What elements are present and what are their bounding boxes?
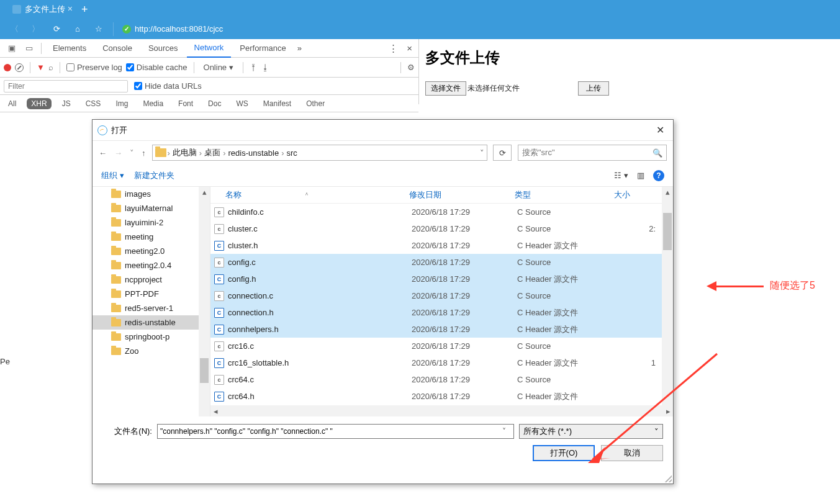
nav-forward-icon[interactable]: → xyxy=(114,148,122,158)
folder-item[interactable]: PPT-PDF xyxy=(93,287,210,301)
type-filter-xhr[interactable]: XHR xyxy=(27,98,51,109)
home-button[interactable]: ⌂ xyxy=(68,20,87,38)
breadcrumb-bar[interactable]: › 此电脑› 桌面› redis-unstable› src ˅ xyxy=(152,145,488,161)
dialog-search-input[interactable]: 搜索"src" 🔍 xyxy=(518,145,667,161)
filter-input[interactable] xyxy=(4,80,128,92)
search-icon: 🔍 xyxy=(653,148,662,158)
folder-item[interactable]: springboot-p xyxy=(93,330,210,344)
refresh-button[interactable]: ⟳ xyxy=(493,145,512,161)
inspect-icon[interactable]: ▣ xyxy=(4,40,20,57)
back-button[interactable]: 〈 xyxy=(5,20,24,38)
scroll-up-icon[interactable]: ▴ xyxy=(199,187,210,197)
folder-item[interactable]: redis-unstable xyxy=(93,315,210,330)
folder-item[interactable]: meeting2.0.4 xyxy=(93,258,210,272)
file-row[interactable]: Cconnhelpers.h2020/6/18 17:29C Header 源文… xyxy=(210,321,673,338)
tab-elements[interactable]: Elements xyxy=(45,39,94,58)
choose-file-button[interactable]: 选择文件 xyxy=(425,81,466,96)
scroll-thumb[interactable] xyxy=(663,213,672,250)
tab-sources[interactable]: Sources xyxy=(141,39,186,58)
folder-item[interactable]: images xyxy=(93,187,210,201)
devtools-tabs: ▣ ▭ Elements Console Sources Network Per… xyxy=(0,39,418,58)
upload-button[interactable]: 上传 xyxy=(578,81,609,96)
nav-recent-icon[interactable]: ˅ xyxy=(130,148,134,158)
type-filter-all[interactable]: All xyxy=(4,98,20,109)
file-row[interactable]: ccluster.c2020/6/18 17:29C Source2: xyxy=(210,220,673,237)
type-filter-css[interactable]: CSS xyxy=(81,98,106,109)
file-row[interactable]: cconfig.c2020/6/18 17:29C Source xyxy=(210,254,673,271)
scroll-left-icon[interactable]: ◂ xyxy=(210,407,220,416)
hide-data-urls-checkbox[interactable]: Hide data URLs xyxy=(134,81,202,91)
type-filter-doc[interactable]: Doc xyxy=(204,98,225,109)
preserve-log-checkbox[interactable]: Preserve log xyxy=(66,63,122,72)
type-filter-ws[interactable]: WS xyxy=(232,98,252,109)
tab-console[interactable]: Console xyxy=(95,39,140,58)
resize-grip-icon[interactable] xyxy=(663,474,672,482)
column-headers[interactable]: 名称＾ 修改日期 类型 大小 xyxy=(210,187,673,204)
separator xyxy=(30,62,30,73)
record-button[interactable] xyxy=(4,64,11,71)
dialog-title: 打开 xyxy=(111,125,127,136)
filter-icon[interactable]: ▼ xyxy=(37,63,45,72)
file-type-icon: C xyxy=(214,358,224,368)
file-row[interactable]: cchildinfo.c2020/6/18 17:29C Source xyxy=(210,204,673,220)
import-icon[interactable]: ⭱ xyxy=(250,63,258,72)
type-filter-other[interactable]: Other xyxy=(302,98,329,109)
file-row[interactable]: Cconfig.h2020/6/18 17:29C Header 源文件 xyxy=(210,271,673,287)
folder-icon xyxy=(111,348,121,355)
new-folder-button[interactable]: 新建文件夹 xyxy=(134,170,174,181)
type-filter-media[interactable]: Media xyxy=(138,98,168,109)
search-icon[interactable]: ⌕ xyxy=(48,63,53,72)
file-row[interactable]: cconnection.c2020/6/18 17:29C Source xyxy=(210,287,673,304)
folder-item[interactable]: meeting2.0 xyxy=(93,244,210,258)
folder-item[interactable]: layuiMaternal xyxy=(93,201,210,215)
disable-cache-checkbox[interactable]: Disable cache xyxy=(126,63,187,72)
address-bar[interactable]: ✓ http://localhost:8081/cjcc xyxy=(122,24,223,34)
devtools-menu-icon[interactable]: ⋮ xyxy=(386,43,400,54)
browser-tab[interactable]: 多文件上传 × xyxy=(7,0,76,19)
file-row[interactable]: Ccluster.h2020/6/18 17:29C Header 源文件 xyxy=(210,237,673,254)
type-filter-js[interactable]: JS xyxy=(58,98,75,109)
device-icon[interactable]: ▭ xyxy=(21,40,37,57)
preview-pane-button[interactable]: ▥ xyxy=(637,171,644,180)
arrow-left-icon xyxy=(702,282,764,290)
forward-button[interactable]: 〉 xyxy=(26,20,45,38)
view-mode-button[interactable]: ☷ ▾ xyxy=(614,171,628,180)
file-row[interactable]: Cconnection.h2020/6/18 17:29C Header 源文件 xyxy=(210,304,673,321)
scroll-up-icon[interactable]: ▴ xyxy=(662,187,673,197)
sort-asc-icon: ＾ xyxy=(304,191,310,199)
folder-item[interactable]: Zoo xyxy=(93,344,210,358)
folder-item[interactable]: ncpproject xyxy=(93,272,210,287)
export-icon[interactable]: ⭳ xyxy=(261,63,269,72)
settings-icon[interactable]: ⚙ xyxy=(407,63,415,72)
tab-network[interactable]: Network xyxy=(187,39,232,58)
folder-item[interactable]: meeting xyxy=(93,230,210,244)
chevron-down-icon[interactable]: ˅ xyxy=(480,148,484,158)
devtools-close-icon[interactable]: × xyxy=(404,43,415,53)
help-icon[interactable]: ? xyxy=(653,170,664,181)
file-type-icon: C xyxy=(214,274,224,284)
chevron-down-icon[interactable]: ˅ xyxy=(502,427,511,436)
dialog-close-icon[interactable]: ✕ xyxy=(653,123,668,137)
scroll-thumb[interactable] xyxy=(200,358,209,383)
type-filter-manifest[interactable]: Manifest xyxy=(259,98,296,109)
throttling-select[interactable]: Online ▾ xyxy=(201,61,237,74)
new-tab-button[interactable]: + xyxy=(81,3,88,16)
type-filter-img[interactable]: Img xyxy=(111,98,132,109)
folder-item[interactable]: layuimini-2 xyxy=(93,215,210,230)
folder-item[interactable]: red5-server-1 xyxy=(93,301,210,315)
more-tabs-icon[interactable]: » xyxy=(297,43,302,53)
separator xyxy=(243,62,243,73)
tab-close-icon[interactable]: × xyxy=(68,4,73,14)
nav-back-icon[interactable]: ← xyxy=(99,148,107,158)
tree-scrollbar[interactable]: ▴ xyxy=(199,187,210,416)
type-filter-font[interactable]: Font xyxy=(174,98,197,109)
filename-input[interactable]: "connhelpers.h" "config.c" "config.h" "c… xyxy=(157,424,514,439)
clear-button[interactable] xyxy=(15,63,24,72)
organize-menu[interactable]: 组织 ▾ xyxy=(101,170,124,181)
tab-performance[interactable]: Performance xyxy=(232,39,293,58)
dialog-titlebar: 打开 ✕ xyxy=(93,120,673,141)
nav-up-icon[interactable]: ↑ xyxy=(142,148,146,158)
browser-chrome: 多文件上传 × + 〈 〉 ⟳ ⌂ ☆ ✓ http://localhost:8… xyxy=(0,0,840,39)
favorite-button[interactable]: ☆ xyxy=(89,20,108,38)
reload-button[interactable]: ⟳ xyxy=(47,20,66,38)
